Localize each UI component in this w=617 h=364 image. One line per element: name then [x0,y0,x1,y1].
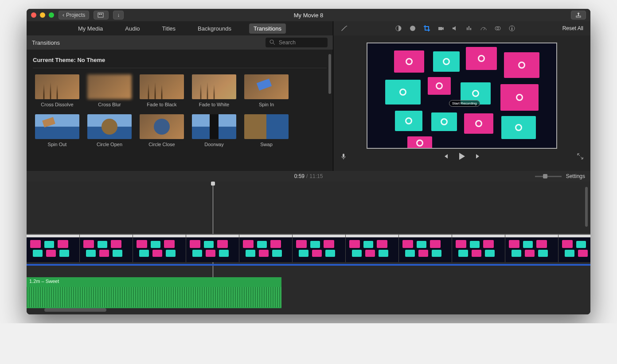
svg-rect-11 [470,28,471,30]
transition-spin-in[interactable]: Spin In [242,74,291,107]
transition-swap[interactable]: Swap [242,114,291,147]
timeline-vertical-scrollbar[interactable] [585,187,588,227]
transition-circle-open[interactable]: Circle Open [85,114,134,147]
svg-rect-8 [438,27,442,30]
film-icon [98,12,105,19]
search-input[interactable]: Search [266,38,328,47]
browser-body: Current Theme: No Theme Cross Dissolve C… [27,50,333,171]
fullscreen-window-button[interactable] [49,12,54,18]
contrast-icon [395,25,402,32]
tab-audio[interactable]: Audio [121,23,144,34]
svg-rect-9 [467,27,468,30]
svg-rect-15 [512,28,512,30]
palette-icon [409,25,416,32]
svg-rect-17 [343,154,344,157]
svg-point-7 [410,26,415,31]
import-button[interactable]: ↓ [113,11,124,19]
browser-toolbar: Transitions Search [27,35,333,50]
audio-waveform [27,287,281,307]
color-balance-button[interactable] [394,25,402,32]
speed-button[interactable] [480,25,488,32]
fullscreen-button[interactable] [576,153,584,160]
svg-rect-10 [469,26,469,30]
voiceover-button[interactable] [340,153,348,160]
svg-rect-0 [98,13,103,17]
download-arrow-icon: ↓ [117,12,120,18]
projects-label: Projects [66,12,85,18]
content-area: My Media Audio Titles Backgrounds Transi… [27,21,590,171]
expand-icon [577,153,584,160]
preview-pane: Reset All Sta [333,21,590,171]
total-time: 11:15 [309,173,323,179]
share-button[interactable] [571,11,586,19]
svg-rect-1 [99,14,100,15]
crop-icon [423,25,430,32]
camera-icon [437,25,445,32]
tab-titles[interactable]: Titles [158,23,180,34]
timeline-horizontal-scrollbar[interactable] [44,308,106,312]
noise-reduction-button[interactable] [465,25,473,32]
media-library-button[interactable] [94,11,109,19]
playhead-time: 0:59 [294,173,305,179]
play-button[interactable] [457,151,467,161]
svg-rect-2 [101,14,102,15]
transition-doorway[interactable]: Doorway [190,114,238,147]
chevron-left-icon: ‹ [62,12,64,18]
transitions-grid: Cross Dissolve Cross Blur Fade to Black … [33,74,327,147]
transition-cross-dissolve[interactable]: Cross Dissolve [33,74,82,107]
volume-button[interactable] [451,25,459,32]
speedometer-icon [480,25,487,32]
preview-toolbar: Reset All [333,21,590,35]
next-button[interactable] [474,153,482,160]
browser-section-label: Transitions [32,39,60,46]
stabilization-button[interactable] [437,25,445,32]
browser-scrollbar[interactable] [328,54,331,94]
crop-button[interactable] [423,25,431,32]
clip-filter-button[interactable] [494,25,502,32]
search-icon [269,39,276,46]
previous-button[interactable] [441,153,449,160]
speaker-icon [452,25,459,32]
svg-point-4 [270,40,273,43]
timeline[interactable]: 1.2m – Sweet [27,182,590,314]
skip-forward-icon [475,153,482,160]
minimize-window-button[interactable] [40,12,45,18]
preview-viewer[interactable]: Start Recording [367,43,557,149]
svg-rect-3 [576,16,581,17]
video-track[interactable] [27,234,590,266]
equalizer-icon [466,25,473,32]
transition-cross-blur[interactable]: Cross Blur [85,74,134,107]
wand-icon [341,25,348,32]
settings-button[interactable]: Settings [566,173,585,179]
preview-area: Start Recording [333,35,590,171]
transition-fade-to-black[interactable]: Fade to Black [137,74,186,107]
share-icon [575,12,582,19]
transition-fade-to-white[interactable]: Fade to White [190,74,238,107]
titlebar: ‹ Projects ↓ My Movie 8 [27,9,590,21]
svg-point-16 [512,27,512,27]
search-placeholder: Search [279,39,296,46]
enhance-button[interactable] [340,25,348,32]
transition-spin-out[interactable]: Spin Out [33,114,82,147]
close-window-button[interactable] [31,12,36,18]
zoom-slider[interactable] [535,176,562,177]
skip-back-icon [442,153,449,160]
app-window: ‹ Projects ↓ My Movie 8 My Media Audio T… [27,9,590,314]
tab-transitions[interactable]: Transitions [249,23,286,34]
media-browser: My Media Audio Titles Backgrounds Transi… [27,21,333,171]
transport-controls [333,149,590,164]
timeline-info-bar: 0:59 / 11:15 Settings [27,171,590,182]
tab-my-media[interactable]: My Media [74,23,107,34]
window-title: My Movie 8 [27,12,590,19]
projects-back-button[interactable]: ‹ Projects [59,11,89,19]
microphone-icon [340,153,347,160]
timeline-zoom-controls: Settings [535,173,585,179]
reset-all-button[interactable]: Reset All [562,25,583,31]
info-button[interactable] [508,25,516,32]
transition-circle-close[interactable]: Circle Close [137,114,186,147]
audio-clip[interactable]: 1.2m – Sweet [27,277,281,308]
color-correction-button[interactable] [409,25,417,32]
tab-backgrounds[interactable]: Backgrounds [193,23,236,34]
svg-point-5 [346,26,347,27]
info-icon [508,25,515,32]
